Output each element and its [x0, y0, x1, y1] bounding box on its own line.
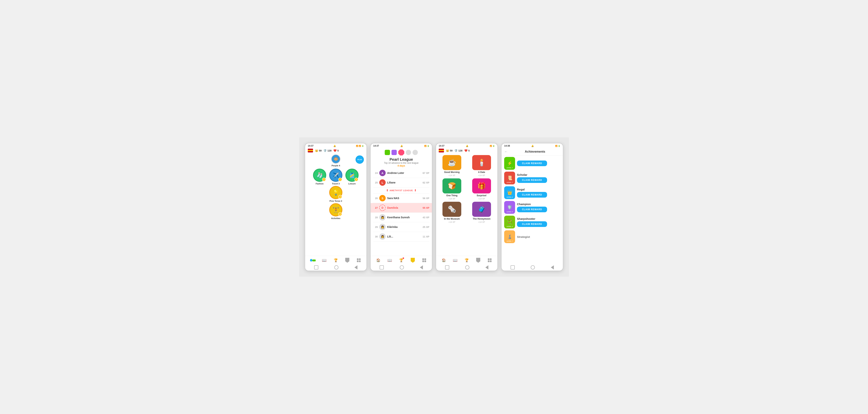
topic-one-thing[interactable]: 🍞 One Thing +14 XP: [438, 178, 466, 200]
home-circle-3[interactable]: [465, 265, 469, 269]
ach-emoji-scholar: 📜: [507, 176, 512, 180]
home-tri-4[interactable]: [551, 265, 554, 269]
museum-icon: 🗞️: [442, 202, 461, 217]
home-circle-4[interactable]: [531, 265, 535, 269]
gem-green: [385, 150, 390, 155]
level-label-sharpshooter: LEVEL 4: [507, 226, 513, 227]
bottom-nav-3: 🏠 📖 🏆: [436, 256, 497, 264]
rank-29: 29: [373, 226, 378, 229]
nav-home-3[interactable]: 🏠: [441, 258, 446, 263]
nav-learn-1[interactable]: 📖: [321, 258, 327, 263]
nav-shield-2[interactable]: [410, 258, 415, 263]
battery-icon-3: 🔋: [493, 145, 495, 147]
signal-icon: 📶: [359, 145, 361, 147]
home-btn-1[interactable]: [314, 265, 318, 269]
lesson-pres-tense[interactable]: 💡 2 Pres Tense 2: [329, 186, 342, 202]
ach-name-regal: Regal: [517, 188, 560, 191]
ach-badge-level7: ⚡ LEVEL 7: [504, 157, 515, 170]
leisure-circle: 🎽 2: [345, 169, 359, 182]
plus-avatar: PLUS: [355, 155, 364, 164]
level-label-strategist: LEVEL ?: [507, 240, 513, 242]
nav-grid-2[interactable]: [422, 258, 427, 263]
home-tri-2[interactable]: [420, 265, 423, 269]
status-icons-3: 📶 🔋: [490, 145, 495, 147]
claim-btn-regal[interactable]: CLAIM REWARD: [517, 192, 547, 198]
claim-btn-level7[interactable]: CLAIM REWARD: [517, 160, 547, 166]
league-title: Pearl League: [390, 157, 413, 161]
topic-surprise[interactable]: 🎁 Surprise! +14 XP: [468, 178, 496, 200]
nav-shield-3[interactable]: [475, 258, 481, 263]
lesson-travel[interactable]: ✈️ 1 Travel 3: [329, 169, 342, 185]
ach-row-strategist: ♟️ LEVEL ? Strategist: [504, 230, 560, 243]
fashion-badge: 2: [322, 178, 326, 181]
time-2: 14:37: [373, 145, 379, 147]
home-btn-4[interactable]: [510, 265, 515, 269]
claim-btn-sharpshooter[interactable]: CLAIM REWARD: [517, 221, 547, 227]
shield-nav-3: [476, 258, 480, 263]
gem-purple: [392, 150, 397, 155]
nav-shield-1[interactable]: [344, 258, 350, 263]
nav-trophy-1[interactable]: 🏆: [333, 258, 339, 263]
nav-grid-1[interactable]: [356, 258, 362, 263]
back-button[interactable]: ←: [504, 149, 508, 154]
league-row-29: 29 👩 Klárinka 25 XP: [373, 222, 429, 232]
xp-30: 11 XP: [423, 235, 429, 238]
nav-trophy-2[interactable]: 🏆: [398, 258, 404, 263]
nav-grid-3[interactable]: [487, 258, 493, 263]
grid-icon-3: [488, 258, 492, 262]
gem-gray1: [406, 150, 411, 155]
lesson-activities[interactable]: 🏋️ 5 Activities: [329, 203, 342, 219]
coins-stat-3: 👑 59: [446, 149, 453, 152]
xp-24: 67 XP: [423, 172, 429, 174]
gem-pink: [398, 149, 404, 155]
ach-row-champion: 🛡️ LEVEL 9 Champion CLAIM REWARD: [504, 201, 560, 214]
level-label-scholar: LEVEL 7: [507, 182, 513, 183]
nav-trophy-3[interactable]: 🏆: [464, 258, 470, 263]
ach-name-scholar: Scholar: [517, 173, 560, 176]
status-icons-1: 📶 📶 🔋: [356, 145, 364, 147]
coins-stat-1: 👑 59: [315, 149, 321, 152]
nav-home-2[interactable]: 🏠: [375, 258, 381, 263]
ach-row-scholar: 📜 LEVEL 7 Scholar CLAIM REWARD: [504, 172, 560, 184]
topic-good-morning[interactable]: ☕ Good Morning +14 XP: [438, 155, 466, 177]
rank-28: 28: [373, 216, 378, 219]
nav-learn-3[interactable]: 📖: [453, 258, 458, 263]
flag-icon-1[interactable]: [308, 149, 313, 152]
topic-museum[interactable]: 🗞️ In the Museum +14 XP: [438, 202, 466, 223]
plus-badge: PLUS: [355, 155, 364, 164]
morning-xp: +14 XP: [448, 174, 455, 177]
home-circle-2[interactable]: [400, 265, 404, 269]
lesson-leisure[interactable]: 🎽 2 Leisure: [345, 169, 359, 185]
topic-a-date[interactable]: 🕯️ A Date +14 XP: [468, 155, 496, 177]
ach-emoji-sharpshooter: 🏹: [507, 219, 512, 225]
home-tri-3[interactable]: [485, 265, 488, 269]
ach-info-strategist: Strategist: [517, 235, 560, 238]
lesson-people[interactable]: 🐵 People 4: [331, 154, 341, 167]
league-row-28: 28 👩 Keerthana Suresh 43 XP: [373, 213, 429, 222]
nav-learn-2[interactable]: 📖: [387, 258, 393, 263]
home-circle-1[interactable]: [334, 265, 338, 269]
time-1: 14:37: [308, 145, 314, 147]
home-btn-3[interactable]: [445, 265, 449, 269]
topic-honeymoon[interactable]: 🧳 The Honeymoon +14 XP: [468, 202, 496, 223]
home-btn-2[interactable]: [380, 265, 384, 269]
trophy-dot-2: [403, 258, 404, 259]
lesson-fashion[interactable]: 🧦 2 Fashion: [313, 169, 326, 185]
lesson-label-pres-tense: Pres Tense 2: [330, 200, 342, 202]
claim-btn-champion[interactable]: CLAIM REWARD: [517, 207, 547, 212]
travel-badge: 1: [338, 178, 342, 181]
level-label-level7: LEVEL 7: [507, 167, 513, 169]
claim-btn-scholar[interactable]: CLAIM REWARD: [517, 177, 547, 183]
arrow-left: ⬇: [386, 188, 389, 192]
home-tri-1[interactable]: [354, 265, 358, 269]
fashion-circle: 🧦 2: [313, 169, 326, 182]
home-bar-4: [501, 264, 563, 271]
coins-value-1: 59: [319, 149, 321, 152]
level-label-regal: LEVEL 8: [507, 196, 513, 198]
avatar-29: 👩: [379, 224, 386, 230]
ach-row-level7: ⚡ LEVEL 7 CLAIM REWARD: [504, 157, 560, 170]
nav-home-1[interactable]: [310, 258, 316, 263]
flag-icon-3[interactable]: [439, 149, 444, 152]
league-header: Pearl League Top 10 advance to the next …: [371, 148, 432, 168]
home-bar-1: [305, 264, 367, 271]
